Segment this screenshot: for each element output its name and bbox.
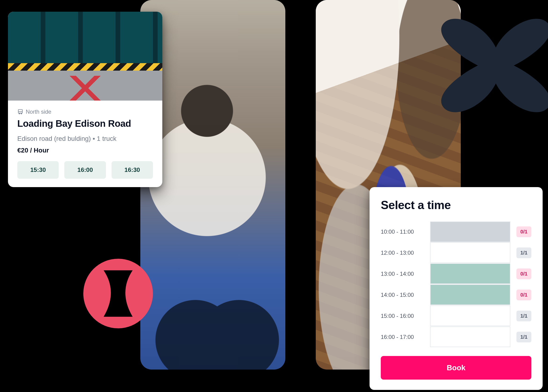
listing-category-label: North side	[26, 109, 51, 115]
listing-time-pills: 15:30 16:00 16:30	[17, 161, 153, 179]
slot-label: 14:00 - 15:00	[381, 292, 424, 298]
select-time-card: Select a time 10:00 - 11:000/112:00 - 13…	[369, 187, 543, 390]
svg-rect-1	[18, 109, 22, 113]
slot-row: 14:00 - 15:000/1	[381, 284, 531, 305]
slot-row: 15:00 - 16:001/1	[381, 305, 531, 327]
listing-price: €20 / Hour	[17, 147, 153, 154]
slot-row: 12:00 - 13:001/1	[381, 242, 531, 263]
select-time-heading: Select a time	[381, 198, 531, 212]
listing-card: North side Loading Bay Edison Road Ediso…	[8, 12, 162, 187]
hourglass-shape-icon	[82, 257, 154, 330]
slot-bar[interactable]	[430, 305, 510, 326]
listing-title: Loading Bay Edison Road	[17, 118, 153, 129]
slot-availability-badge: 1/1	[516, 247, 531, 258]
slot-label: 15:00 - 16:00	[381, 313, 424, 319]
slot-bar[interactable]	[430, 242, 510, 263]
slot-row: 13:00 - 14:000/1	[381, 263, 531, 284]
slot-bar[interactable]	[430, 327, 510, 347]
book-button[interactable]: Book	[381, 356, 531, 380]
slot-list: 10:00 - 11:000/112:00 - 13:001/113:00 - …	[381, 221, 531, 348]
slot-label: 16:00 - 17:00	[381, 334, 424, 340]
slot-label: 10:00 - 11:00	[381, 229, 424, 235]
slot-row: 10:00 - 11:000/1	[381, 221, 531, 242]
time-pill[interactable]: 16:00	[64, 161, 106, 179]
slot-availability-badge: 0/1	[516, 226, 531, 237]
listing-category: North side	[17, 109, 153, 115]
slot-availability-badge: 1/1	[516, 311, 531, 321]
slot-label: 12:00 - 13:00	[381, 250, 424, 256]
svg-point-2	[19, 113, 20, 114]
slot-bar[interactable]	[430, 222, 510, 242]
slot-row: 16:00 - 17:001/1	[381, 327, 531, 348]
slot-availability-badge: 0/1	[516, 290, 531, 300]
bus-icon	[17, 109, 23, 115]
slot-label: 13:00 - 14:00	[381, 271, 424, 277]
listing-image	[8, 12, 162, 101]
slot-bar[interactable]	[430, 263, 510, 284]
svg-point-3	[21, 113, 22, 114]
slot-availability-badge: 0/1	[516, 268, 531, 279]
slot-bar[interactable]	[430, 284, 510, 305]
time-pill[interactable]: 16:30	[111, 161, 153, 179]
listing-subtitle: Edison road (red bulding) • 1 truck	[17, 135, 153, 142]
slot-availability-badge: 1/1	[516, 332, 531, 343]
time-pill[interactable]: 15:30	[17, 161, 59, 179]
x-shape-dark-icon	[440, 9, 548, 122]
